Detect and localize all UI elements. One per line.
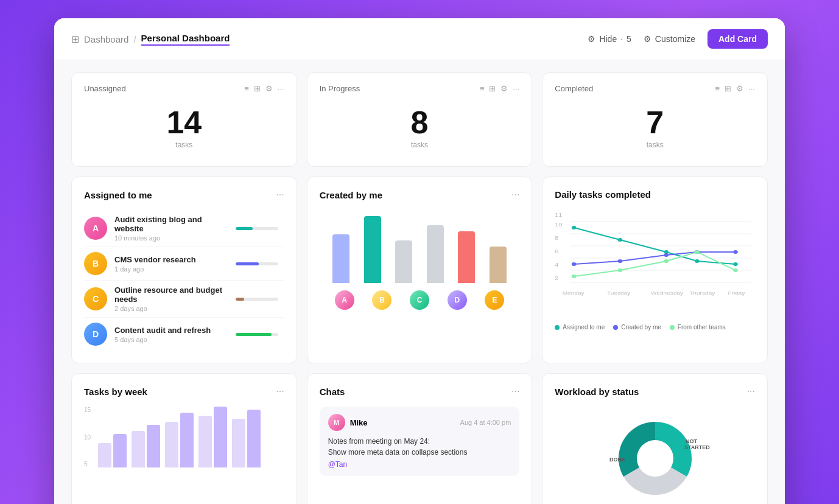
task-progress [236,298,284,301]
chat-avatar: M [328,414,345,431]
more-icon-3[interactable]: ··· [748,84,755,93]
svg-text:Tuesday: Tuesday [607,290,631,296]
filter-icon-3[interactable]: ≡ [715,84,720,93]
chat-mention: @Tan [328,460,511,469]
week-bar-group [98,434,127,467]
svg-text:DONE: DONE [609,457,625,463]
workload-chart: DONE NOT STARTED [555,407,755,504]
avatar: B [372,290,391,310]
stat-number-inprogress: 8 [411,107,429,138]
hide-button[interactable]: ⚙ Hide · 5 [588,34,631,44]
svg-point-19 [664,253,669,257]
svg-text:6: 6 [555,248,559,254]
legend-dot-created [613,325,618,330]
avatar: C [84,287,107,310]
legend-teams: From other teams [670,324,726,331]
avatar: D [84,323,107,346]
chat-message: M Mike Aug 4 at 4:00 pm Notes from meeti… [320,407,520,476]
avatar: D [448,290,467,310]
svg-text:Wednesday: Wednesday [651,290,684,296]
tasks-by-week-menu[interactable]: ··· [276,386,284,397]
settings-icon-3[interactable]: ⚙ [736,84,743,93]
stat-label-completed: tasks [647,141,664,149]
tasks-by-week-widget: Tasks by week ··· 15 10 5 [71,373,297,504]
week-bar [247,410,261,467]
task-time: 2 days ago [114,305,228,312]
week-bar [198,416,212,467]
stat-title-completed: Completed [555,84,593,93]
widgets-row: Assigned to me ··· A Audit existing blog… [71,177,768,363]
chat-user: M Mike [328,414,368,431]
filter-icon-2[interactable]: ≡ [480,84,485,93]
stat-title-unassigned: Unassigned [84,84,126,93]
dashboard-icon: ⊞ [71,33,79,45]
customize-button[interactable]: ⚙ Customize [644,34,695,44]
week-bar [147,425,160,467]
svg-text:Friday: Friday [728,290,746,296]
svg-text:11: 11 [555,212,563,218]
expand-icon[interactable]: ⊞ [254,84,261,93]
task-list: A Audit existing blog and website 10 min… [84,210,284,351]
task-info: CMS vendor research 1 day ago [114,255,228,273]
expand-icon-3[interactable]: ⊞ [725,84,731,93]
header-actions: ⚙ Hide · 5 ⚙ Customize Add Card [588,29,768,49]
tasks-by-week-title: Tasks by week [84,387,147,397]
legend-created: Created by me [613,324,661,331]
created-by-me-menu[interactable]: ··· [511,189,519,200]
stat-label-unassigned: tasks [175,141,192,149]
stat-number-unassigned: 14 [166,107,202,138]
avatar: A [335,290,354,310]
more-icon[interactable]: ··· [278,84,284,93]
task-progress [236,227,284,230]
daily-tasks-title: Daily tasks completed [555,189,651,200]
stat-title-inprogress: In Progress [320,84,360,93]
svg-point-25 [695,250,700,254]
week-bar [132,431,145,467]
hide-count: · [620,34,623,44]
settings-icon[interactable]: ⚙ [265,84,273,93]
svg-text:STARTED: STARTED [684,444,710,450]
y-label: 15 [84,407,91,413]
task-name: Outline resource and budget needs [114,285,228,304]
svg-point-24 [664,259,669,263]
week-bar [180,413,194,467]
week-bar [214,407,227,467]
task-item: A Audit existing blog and website 10 min… [84,210,284,247]
y-axis-labels: 15 10 5 [84,407,91,467]
svg-point-12 [572,226,577,229]
legend-assigned: Assigned to me [555,324,605,331]
svg-point-21 [734,250,739,254]
settings-icon-2[interactable]: ⚙ [500,84,508,93]
week-bar-group [132,425,160,467]
add-card-button[interactable]: Add Card [707,29,768,49]
assigned-to-me-menu[interactable]: ··· [276,189,284,200]
main-content: Unassigned ≡ ⊞ ⚙ ··· 14 tasks In Progres… [54,60,785,504]
filter-icon[interactable]: ≡ [244,84,249,93]
y-label: 5 [84,461,91,467]
week-bar-group [232,410,261,467]
app-container: ⊞ Dashboard / Personal Dashboard ⚙ Hide … [54,18,785,504]
svg-text:10: 10 [555,222,563,228]
avatar: A [84,217,107,240]
week-bar-group [198,407,227,467]
week-bar-group [165,413,194,467]
expand-icon-2[interactable]: ⊞ [489,84,496,93]
task-name: Audit existing blog and website [114,215,228,233]
chat-text-line2: Show more meta data on collapse sections [328,447,511,458]
task-name: Content audit and refresh [114,326,228,335]
hide-count-value: 5 [627,34,631,44]
chats-menu[interactable]: ··· [511,386,519,397]
task-info: Outline resource and budget needs 2 days… [114,285,228,312]
svg-point-23 [618,268,623,272]
more-icon-2[interactable]: ··· [513,84,519,93]
chat-username: Mike [350,418,368,427]
created-by-me-chart [320,210,520,283]
week-bar [98,443,111,467]
svg-text:NOT: NOT [686,438,698,444]
chat-text-line1: Notes from meeting on May 24: [328,436,511,447]
workload-menu[interactable]: ··· [747,386,755,397]
svg-text:Monday: Monday [563,290,584,296]
avatar: B [84,252,107,275]
created-by-me-widget: Created by me ··· A B C D E [307,177,533,363]
svg-point-18 [618,259,623,263]
